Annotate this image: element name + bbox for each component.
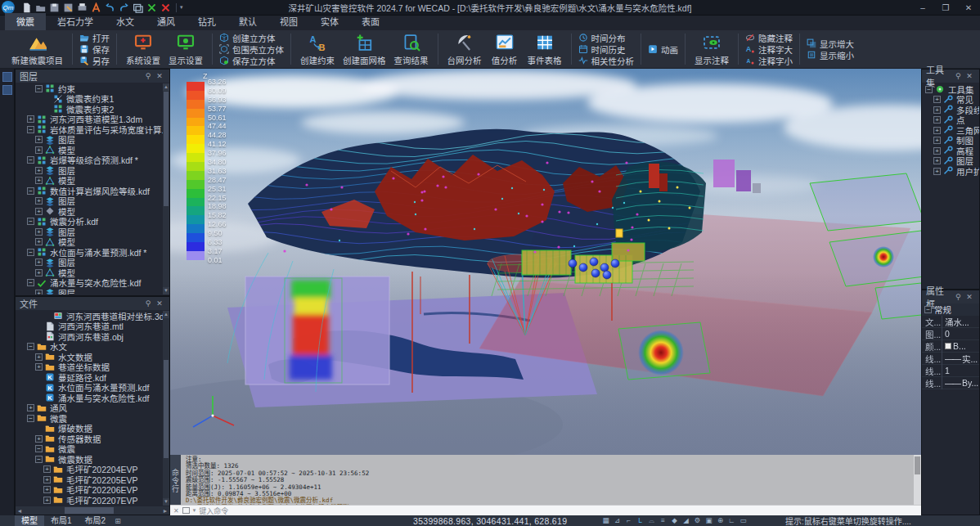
tree-expander[interactable]: + — [27, 404, 34, 411]
ribbon-button-台网分析[interactable]: 台网分析 — [443, 32, 486, 66]
file-tree-item[interactable]: 河西河东巷道.obj — [16, 331, 163, 342]
tree-expander[interactable]: + — [933, 106, 941, 114]
tree-expander[interactable]: − — [35, 85, 43, 92]
tree-expander[interactable]: + — [35, 167, 43, 174]
property-row[interactable]: 线... ——实... — [922, 353, 979, 365]
tree-expander[interactable]: + — [933, 157, 941, 164]
pin-icon[interactable]: ⚲ — [142, 299, 154, 308]
tree-expander[interactable]: − — [27, 415, 34, 422]
close-doc-green-icon[interactable] — [145, 2, 159, 14]
tree-expander[interactable]: + — [35, 228, 43, 236]
ribbon-button-注释字小[interactable]: A注释字小 — [744, 56, 794, 66]
ribbon-button-保存立方体[interactable]: 保存立方体 — [218, 56, 285, 66]
tree-expander[interactable]: + — [35, 259, 43, 266]
layer-tree-item[interactable]: + 图层 — [16, 165, 163, 176]
tree-expander[interactable]: + — [43, 486, 51, 493]
tree-expander[interactable]: + — [35, 208, 43, 215]
undo-icon[interactable] — [103, 2, 117, 14]
tree-expander[interactable]: − — [27, 343, 34, 350]
ribbon-button-显示注释[interactable]: 显示注释 — [690, 32, 733, 66]
app-logo[interactable]: Qm — [2, 1, 15, 14]
property-row[interactable]: 颜... B... — [922, 340, 979, 353]
tree-expander[interactable]: + — [933, 116, 941, 124]
polar-toggle[interactable]: L — [636, 516, 645, 525]
restore-button[interactable]: ❐ — [934, 0, 957, 16]
wecad-a-icon[interactable] — [89, 2, 103, 14]
menu-tab-实体[interactable]: 实体 — [309, 13, 350, 30]
layer-tree-item[interactable]: + 图层 — [16, 135, 163, 146]
command-caret-icon[interactable]: ▾ — [193, 507, 196, 514]
ribbon-button-新建微震项目[interactable]: 新建微震项目 — [7, 32, 67, 66]
menu-tab-岩石力学[interactable]: 岩石力学 — [46, 13, 105, 30]
ribbon-button-隐藏注释[interactable]: 隐藏注释 — [744, 33, 794, 43]
ribbon-button-动画[interactable]: 动画 — [646, 44, 680, 55]
ribbon-button-值分析[interactable]: 值分析 — [486, 32, 524, 66]
layer-tree-item[interactable]: − 岩爆等级综合预测.kdf * — [16, 155, 163, 166]
ribbon-button-系统设置[interactable]: 系统设置 — [122, 32, 164, 66]
layer-tree-item[interactable]: + 图层 — [16, 196, 163, 207]
tree-expander[interactable]: + — [43, 476, 51, 483]
tree-expander[interactable]: + — [35, 353, 43, 361]
lineweight-toggle[interactable]: ◢ — [681, 516, 690, 525]
ribbon-button-打开[interactable]: 打开 — [78, 33, 111, 43]
tree-expander[interactable]: − — [35, 445, 43, 452]
layer-tree-item[interactable]: − 水位面与涌水量预测.kdf * — [16, 247, 163, 258]
grid-toggle[interactable]: ▦ — [601, 516, 610, 525]
ribbon-button-显示缩小[interactable]: 显示缩小 — [805, 50, 856, 61]
object-snap-toggle[interactable]: ◆ — [670, 516, 679, 525]
tree-expander[interactable]: − — [27, 187, 34, 195]
file-tree-item[interactable]: K 涌水量与突水危险性.kdf — [16, 393, 163, 403]
quick-access-dropdown-icon[interactable]: ▾ — [180, 4, 183, 11]
console-tab[interactable]: 命令行 — [170, 455, 181, 505]
open-file-icon[interactable] — [34, 2, 47, 14]
pin-icon[interactable]: ⚲ — [952, 293, 964, 301]
tree-expander[interactable]: + — [933, 127, 941, 134]
menu-tab-微震[interactable]: 微震 — [5, 13, 46, 30]
tree-expander[interactable]: − — [27, 126, 34, 133]
close-icon[interactable]: ✕ — [964, 72, 975, 80]
tree-expander[interactable]: + — [27, 115, 34, 123]
files-scrollbar[interactable]: ▲▼ — [163, 311, 169, 506]
tree-expander[interactable]: + — [933, 147, 941, 155]
property-row[interactable]: 文... 涌水... — [922, 316, 979, 328]
print-icon[interactable] — [75, 2, 89, 14]
toolset-tree-item[interactable]: + 多段线 — [922, 105, 979, 115]
layer-tree-item[interactable]: − 数值计算岩爆风险等级.kdf — [16, 186, 163, 196]
tree-expander[interactable]: + — [35, 269, 43, 276]
tree-expander[interactable]: − — [27, 249, 34, 256]
dock-files-icon[interactable] — [2, 85, 12, 95]
menu-tab-视图[interactable]: 视图 — [268, 13, 309, 30]
console-scrollbar[interactable] — [914, 455, 921, 505]
tree-expander[interactable]: − — [27, 218, 34, 225]
ribbon-button-另存[interactable]: 另存 — [78, 56, 111, 66]
layers-scrollbar[interactable]: ▲▼ — [163, 83, 169, 294]
ucs-toggle[interactable]: ∟ — [727, 516, 736, 525]
save-as-icon[interactable] — [61, 2, 75, 14]
ribbon-button-显示增大[interactable]: 显示增大 — [805, 38, 856, 49]
layout-tab-模型[interactable]: 模型 — [15, 515, 44, 526]
redo-icon[interactable] — [117, 2, 131, 14]
tree-expander[interactable]: − — [27, 279, 34, 286]
menu-tab-水文[interactable]: 水文 — [105, 13, 146, 30]
ribbon-button-事件表格[interactable]: 事件表格 — [524, 32, 566, 66]
layer-tree-item[interactable]: + 图层 — [16, 258, 163, 268]
menu-tab-默认[interactable]: 默认 — [227, 13, 268, 30]
isodraft-toggle[interactable]: ⌓ — [647, 516, 656, 525]
pin-icon[interactable]: ⚲ — [952, 72, 964, 80]
command-close-icon[interactable]: ✕ — [173, 507, 179, 515]
menu-tab-钻孔[interactable]: 钻孔 — [187, 13, 227, 30]
ribbon-button-创建立方体[interactable]: 创建立方体 — [218, 33, 285, 43]
tree-expander[interactable]: + — [933, 96, 941, 103]
selection-toggle[interactable]: ⊕ — [716, 516, 725, 525]
3d-viewport[interactable]: Z 63.2660.0956.9353.7750.6147.4444.2841.… — [170, 69, 921, 455]
tree-expander[interactable]: + — [35, 146, 43, 154]
files-hscrollbar[interactable]: ◄► — [16, 506, 169, 515]
close-icon[interactable]: ✕ — [154, 72, 165, 80]
tree-expander[interactable]: + — [43, 465, 51, 473]
tree-expander[interactable]: + — [35, 435, 43, 443]
file-tree-item[interactable]: + 传感器数据 — [16, 434, 163, 444]
tree-expander[interactable]: + — [35, 177, 43, 184]
ribbon-button-创建面网格[interactable]: 创建面网格 — [339, 32, 390, 66]
osnap-toggle[interactable]: ≡ — [659, 516, 668, 525]
layer-tree-item[interactable]: − 微震分析.kdf — [16, 217, 163, 227]
